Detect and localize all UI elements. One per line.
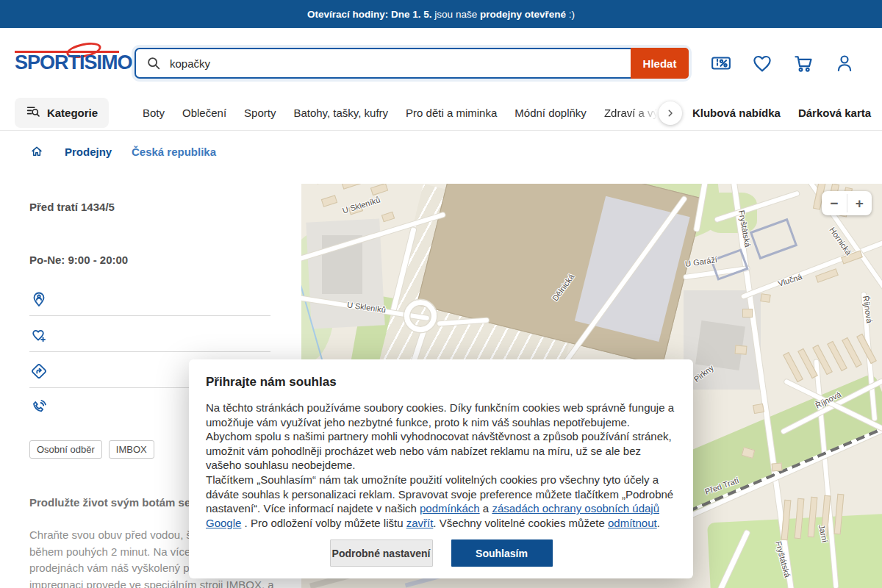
categories-label: Kategorie	[47, 107, 98, 119]
search-input[interactable]: kopačky	[170, 57, 631, 70]
cookie-accept-button[interactable]: Souhlasím	[451, 539, 553, 567]
logo-text: SPORTISIMO	[15, 51, 132, 74]
wishlist-heart-icon[interactable]	[751, 52, 773, 74]
categories-icon	[26, 104, 41, 122]
divider	[29, 351, 270, 352]
map-apartment-block	[710, 248, 749, 281]
opening-hours-banner: Otevírací hodiny: Dne 1. 5. jsou naše pr…	[0, 0, 882, 28]
search-submit-button[interactable]: Hledat	[631, 48, 689, 79]
voucher-icon[interactable]	[710, 52, 732, 74]
map-green-area	[707, 514, 882, 588]
banner-end: :)	[566, 9, 575, 20]
cart-icon[interactable]	[792, 52, 814, 74]
divider	[29, 315, 270, 316]
map-building	[742, 309, 753, 318]
store-address: Před tratí 1434/5	[29, 201, 115, 213]
map-building	[772, 462, 783, 471]
imbox-text-line: během pouhých 2 minut. Na více	[29, 545, 190, 558]
map-building	[760, 293, 770, 303]
nav-item-obleceni[interactable]: Oblečení	[182, 107, 226, 119]
banner-bold-1: Otevírací hodiny: Dne 1. 5.	[307, 9, 432, 20]
navigate-icon[interactable]	[30, 362, 48, 380]
nav-item-zdravi[interactable]: Zdraví a výž	[604, 107, 660, 119]
nav-item-boty[interactable]: Boty	[143, 107, 165, 119]
cookie-text: .	[657, 517, 660, 529]
cookie-dialog-buttons: Podrobné nastavení Souhlasím	[206, 539, 676, 567]
home-icon[interactable]	[30, 145, 43, 158]
cookie-dialog-paragraph-2: Tlačítkem „Souhlasím“ nám tak umožníte p…	[206, 473, 676, 530]
nav-item-pro-deti[interactable]: Pro děti a miminka	[406, 107, 497, 119]
main-nav: Boty Oblečení Sporty Batohy, tašky, kufr…	[143, 98, 871, 128]
map-street-label: Vlučná	[777, 272, 803, 288]
tag-imbox: IMBOX	[109, 440, 154, 459]
map-zoom-out-button[interactable]: −	[822, 191, 847, 215]
page: Otevírací hodiny: Dne 1. 5. jsou naše pr…	[0, 0, 882, 588]
location-pin-icon[interactable]	[30, 290, 48, 308]
cookie-text: a	[480, 502, 492, 514]
reject-link[interactable]: odmítnout	[608, 517, 657, 529]
tag-osobni-odber: Osobní odběr	[29, 440, 102, 459]
map-building	[753, 404, 764, 414]
cookie-dialog-title: Přihrajte nám souhlas	[206, 375, 676, 390]
store-tags: Osobní odběr IMBOX	[29, 440, 154, 459]
chevron-right-icon	[665, 108, 675, 118]
cookie-settings-button[interactable]: Podrobné nastavení	[330, 539, 433, 567]
imbox-heading: Prodlužte život svým botám se	[29, 496, 190, 509]
map-street-label: U Skleníků	[341, 195, 381, 215]
sportisimo-logo[interactable]: SPORTISIMO	[15, 46, 125, 78]
cookie-dialog-paragraph-1: Na těchto stránkách používáme soubory co…	[206, 401, 676, 473]
map-building	[315, 184, 330, 184]
nav-item-sporty[interactable]: Sporty	[244, 107, 276, 119]
nav-item-darkova-karta[interactable]: Dárková karta	[798, 107, 871, 119]
close-bar-link[interactable]: zavřít	[406, 517, 434, 529]
nav-item-modni-doplnky[interactable]: Módní doplňky	[514, 107, 587, 119]
search-icon	[146, 55, 162, 71]
map-apartment-block	[750, 218, 797, 259]
nav-divider	[0, 130, 882, 131]
map-zoom-control: − +	[822, 191, 872, 215]
nav-item-batohy[interactable]: Batohy, tašky, kufry	[293, 107, 388, 119]
map-building	[370, 184, 388, 196]
map-building	[815, 268, 839, 283]
phone-icon[interactable]	[30, 398, 48, 416]
imbox-text-line: impregnaci provede ve speciálním stroji …	[29, 578, 274, 588]
nav-scroll-right-button[interactable]	[659, 101, 682, 125]
map-building	[735, 345, 747, 354]
breadcrumb-ceska-republika[interactable]: Česká republika	[132, 146, 216, 158]
map-roundabout	[404, 300, 437, 332]
store-hours: Po-Ne: 9:00 - 20:00	[29, 254, 128, 266]
cookie-text: . Pro odložení volby můžete lištu	[241, 517, 406, 529]
imbox-text-line: Chraňte svou obuv před vodou, š	[29, 528, 192, 541]
account-icon[interactable]	[833, 52, 856, 74]
cookie-text: . Všechny volitelné cookies můžete	[433, 517, 608, 529]
cookie-consent-dialog: Přihrajte nám souhlas Na těchto stránkác…	[189, 359, 693, 578]
search-bar[interactable]: kopačky Hledat	[135, 48, 689, 79]
terms-link[interactable]: podmínkách	[420, 502, 480, 514]
map-building	[381, 212, 395, 222]
breadcrumb-prodejny[interactable]: Prodejny	[65, 146, 112, 158]
banner-bold-2: prodejny otevřené	[480, 9, 566, 20]
map-building	[341, 184, 362, 190]
banner-mid: jsou naše	[432, 9, 480, 20]
imbox-text-line: prodejnách vám náš vyškolený pe	[29, 562, 196, 574]
categories-button[interactable]: Kategorie	[15, 98, 109, 128]
heart-plus-icon[interactable]	[30, 326, 48, 344]
map-zoom-in-button[interactable]: +	[847, 191, 872, 215]
nav-item-klubova-nabidka[interactable]: Klubová nabídka	[692, 107, 781, 119]
map-building	[321, 195, 337, 207]
